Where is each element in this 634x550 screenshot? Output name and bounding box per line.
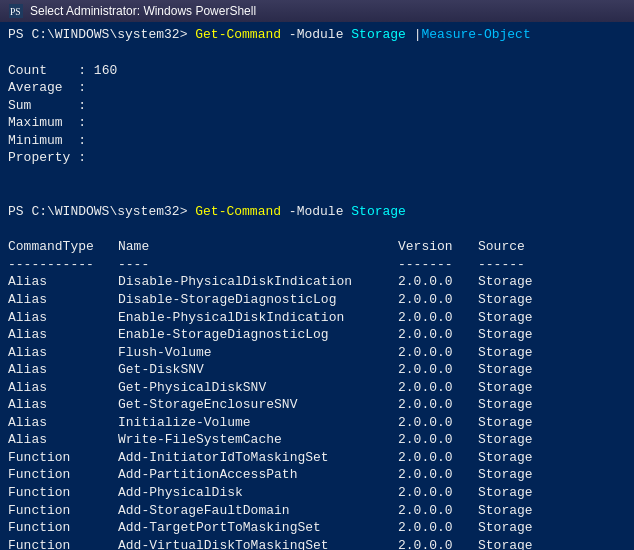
- cell-version: 2.0.0.0: [398, 537, 478, 550]
- cell-name: Disable-StorageDiagnosticLog: [118, 291, 398, 309]
- header-source: Source: [478, 238, 558, 256]
- powershell-icon: PS: [8, 3, 24, 19]
- cell-source: Storage: [478, 466, 558, 484]
- cell-source: Storage: [478, 449, 558, 467]
- cell-version: 2.0.0.0: [398, 449, 478, 467]
- cell-name: Add-PartitionAccessPath: [118, 466, 398, 484]
- cell-name: Flush-Volume: [118, 344, 398, 362]
- table-row: AliasEnable-StorageDiagnosticLog2.0.0.0S…: [8, 326, 626, 344]
- cell-name: Get-DiskSNV: [118, 361, 398, 379]
- cell-source: Storage: [478, 344, 558, 362]
- stat-average: Average :: [8, 79, 626, 97]
- cell-source: Storage: [478, 361, 558, 379]
- cell-source: Storage: [478, 414, 558, 432]
- cell-source: Storage: [478, 291, 558, 309]
- table-row: AliasDisable-StorageDiagnosticLog2.0.0.0…: [8, 291, 626, 309]
- stat-count: Count : 160: [8, 62, 626, 80]
- cell-cmdtype: Alias: [8, 273, 118, 291]
- cell-cmdtype: Alias: [8, 309, 118, 327]
- cell-cmdtype: Alias: [8, 396, 118, 414]
- table-row: AliasWrite-FileSystemCache2.0.0.0Storage: [8, 431, 626, 449]
- cell-version: 2.0.0.0: [398, 502, 478, 520]
- cell-source: Storage: [478, 431, 558, 449]
- pipe-1: |: [406, 27, 422, 42]
- cell-cmdtype: Alias: [8, 414, 118, 432]
- cell-version: 2.0.0.0: [398, 361, 478, 379]
- cell-source: Storage: [478, 519, 558, 537]
- prompt-2: PS C:\WINDOWS\system32>: [8, 204, 195, 219]
- stat-property: Property :: [8, 149, 626, 167]
- sep-version: -------: [398, 256, 478, 274]
- stat-maximum: Maximum :: [8, 114, 626, 132]
- cell-cmdtype: Alias: [8, 326, 118, 344]
- table-row: AliasInitialize-Volume2.0.0.0Storage: [8, 414, 626, 432]
- table-row: FunctionAdd-VirtualDiskToMaskingSet2.0.0…: [8, 537, 626, 550]
- table-row: FunctionAdd-TargetPortToMaskingSet2.0.0.…: [8, 519, 626, 537]
- cell-name: Enable-StorageDiagnosticLog: [118, 326, 398, 344]
- cell-cmdtype: Function: [8, 466, 118, 484]
- table-separator-row: ----------- ---- ------- ------: [8, 256, 626, 274]
- cell-cmdtype: Alias: [8, 291, 118, 309]
- cell-version: 2.0.0.0: [398, 519, 478, 537]
- stat-sum: Sum :: [8, 97, 626, 115]
- measure-object-1: Measure-Object: [422, 27, 531, 42]
- header-cmdtype: CommandType: [8, 238, 118, 256]
- module-param-1: -Module: [281, 27, 351, 42]
- table-body: AliasDisable-PhysicalDiskIndication2.0.0…: [8, 273, 626, 550]
- table-row: AliasDisable-PhysicalDiskIndication2.0.0…: [8, 273, 626, 291]
- cell-cmdtype: Alias: [8, 431, 118, 449]
- cell-name: Add-TargetPortToMaskingSet: [118, 519, 398, 537]
- table-row: AliasFlush-Volume2.0.0.0Storage: [8, 344, 626, 362]
- table-row: AliasEnable-PhysicalDiskIndication2.0.0.…: [8, 309, 626, 327]
- cell-name: Enable-PhysicalDiskIndication: [118, 309, 398, 327]
- cell-source: Storage: [478, 273, 558, 291]
- cell-version: 2.0.0.0: [398, 466, 478, 484]
- cell-source: Storage: [478, 326, 558, 344]
- cell-version: 2.0.0.0: [398, 326, 478, 344]
- cell-name: Get-PhysicalDiskSNV: [118, 379, 398, 397]
- get-command-keyword-1: Get-Command: [195, 27, 281, 42]
- cell-name: Add-InitiatorIdToMaskingSet: [118, 449, 398, 467]
- cell-name: Write-FileSystemCache: [118, 431, 398, 449]
- cell-source: Storage: [478, 396, 558, 414]
- table-row: FunctionAdd-PhysicalDisk2.0.0.0Storage: [8, 484, 626, 502]
- command-line-1: PS C:\WINDOWS\system32> Get-Command -Mod…: [8, 26, 626, 44]
- cell-cmdtype: Alias: [8, 361, 118, 379]
- cell-cmdtype: Function: [8, 519, 118, 537]
- cell-version: 2.0.0.0: [398, 344, 478, 362]
- cell-cmdtype: Function: [8, 537, 118, 550]
- sep-cmdtype: -----------: [8, 256, 118, 274]
- table-row: FunctionAdd-StorageFaultDomain2.0.0.0Sto…: [8, 502, 626, 520]
- cell-cmdtype: Alias: [8, 379, 118, 397]
- empty-1: [8, 44, 626, 62]
- cell-source: Storage: [478, 537, 558, 550]
- get-command-keyword-2: Get-Command: [195, 204, 281, 219]
- cell-version: 2.0.0.0: [398, 414, 478, 432]
- cell-version: 2.0.0.0: [398, 309, 478, 327]
- module-value-1: Storage: [351, 27, 406, 42]
- cell-name: Add-StorageFaultDomain: [118, 502, 398, 520]
- table-header-row: CommandType Name Version Source: [8, 238, 626, 256]
- cell-name: Initialize-Volume: [118, 414, 398, 432]
- sep-name: ----: [118, 256, 398, 274]
- table-row: AliasGet-PhysicalDiskSNV2.0.0.0Storage: [8, 379, 626, 397]
- cell-version: 2.0.0.0: [398, 484, 478, 502]
- header-name: Name: [118, 238, 398, 256]
- empty-3: [8, 185, 626, 203]
- cell-source: Storage: [478, 502, 558, 520]
- cell-name: Add-VirtualDiskToMaskingSet: [118, 537, 398, 550]
- prompt-1: PS C:\WINDOWS\system32>: [8, 27, 195, 42]
- cell-source: Storage: [478, 309, 558, 327]
- stat-minimum: Minimum :: [8, 132, 626, 150]
- cell-name: Get-StorageEnclosureSNV: [118, 396, 398, 414]
- cell-source: Storage: [478, 484, 558, 502]
- cell-cmdtype: Function: [8, 484, 118, 502]
- cell-version: 2.0.0.0: [398, 396, 478, 414]
- table-row: AliasGet-DiskSNV2.0.0.0Storage: [8, 361, 626, 379]
- cell-name: Disable-PhysicalDiskIndication: [118, 273, 398, 291]
- module-param-2: -Module: [281, 204, 351, 219]
- cell-cmdtype: Function: [8, 502, 118, 520]
- sep-source: ------: [478, 256, 558, 274]
- module-value-2: Storage: [351, 204, 406, 219]
- cell-source: Storage: [478, 379, 558, 397]
